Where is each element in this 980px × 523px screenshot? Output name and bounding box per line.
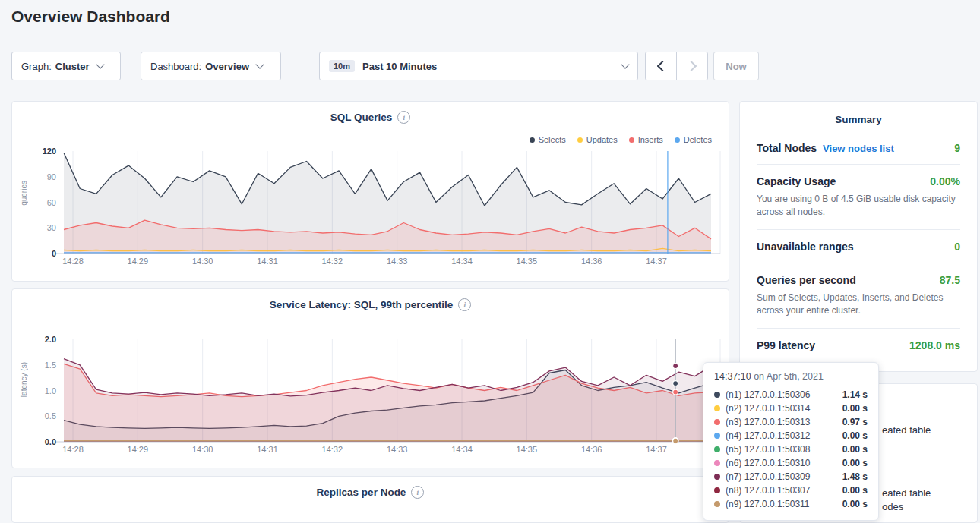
sql-queries-panel: 030609012014:2814:2914:3014:3114:3214:33… xyxy=(11,101,729,282)
chart-legend: Selects Updates Inserts Deletes xyxy=(530,135,712,144)
svg-text:14:34: 14:34 xyxy=(451,257,473,266)
service-latency-chart[interactable]: 0.00.51.01.52.014:2814:2914:3014:3114:32… xyxy=(12,289,730,469)
service-latency-panel: 0.00.51.01.52.014:2814:2914:3014:3114:32… xyxy=(11,288,729,468)
tooltip-row: (n5) 127.0.0.1:503080.00 s xyxy=(714,443,868,456)
tooltip-node: (n8) 127.0.0.1:50307 xyxy=(726,485,810,496)
svg-text:1.5: 1.5 xyxy=(45,361,56,370)
tooltip-node: (n5) 127.0.0.1:50308 xyxy=(726,444,810,455)
unavailable-ranges-value: 0 xyxy=(954,241,960,253)
svg-text:30: 30 xyxy=(47,223,56,232)
y-axis-label: latency (s) xyxy=(20,362,28,397)
event-text-fragment: eated table xyxy=(882,487,931,499)
tooltip-value: 0.00 s xyxy=(842,458,868,468)
svg-text:14:29: 14:29 xyxy=(128,445,149,454)
tooltip-value: 0.00 s xyxy=(842,403,868,414)
node-color-dot xyxy=(714,446,720,452)
time-range-label: Past 10 Minutes xyxy=(362,61,437,72)
svg-text:14:30: 14:30 xyxy=(192,445,213,454)
legend-label: Deletes xyxy=(684,135,712,144)
summary-capacity: Capacity Usage 0.00% You are using 0 B o… xyxy=(757,164,960,229)
chart-title-text: Service Latency: SQL, 99th percentile xyxy=(270,299,454,310)
tooltip-value: 0.97 s xyxy=(842,417,868,427)
svg-text:1.0: 1.0 xyxy=(45,386,56,395)
legend-label: Updates xyxy=(586,135,618,144)
graph-dropdown[interactable]: Graph: Cluster xyxy=(11,52,121,80)
tooltip-value: 0.00 s xyxy=(842,430,868,441)
svg-text:0.5: 0.5 xyxy=(45,411,56,421)
tooltip-node: (n4) 127.0.0.1:50312 xyxy=(726,430,810,441)
dashboard-dropdown-value: Overview xyxy=(205,61,249,72)
legend-dot xyxy=(577,137,583,143)
sql-queries-title: SQL Queries i xyxy=(12,111,729,124)
svg-text:14:28: 14:28 xyxy=(62,445,84,454)
svg-text:14:33: 14:33 xyxy=(387,445,408,454)
tooltip-row: (n3) 127.0.0.1:503130.97 s xyxy=(714,415,868,429)
node-color-dot xyxy=(714,487,720,493)
svg-text:14:37: 14:37 xyxy=(646,445,667,454)
chevron-down-icon xyxy=(621,60,629,68)
p99-label: P99 latency xyxy=(757,339,815,351)
qps-description: Sum of Selects, Updates, Inserts, and De… xyxy=(757,291,960,328)
svg-text:2.0: 2.0 xyxy=(45,335,56,344)
tooltip-row: (n7) 127.0.0.1:503091.48 s xyxy=(714,470,868,484)
capacity-description: You are using 0 B of 4.5 GiB usable disk… xyxy=(757,193,960,229)
node-color-dot xyxy=(714,392,720,398)
overview-dashboard-page: Overview Dashboard Graph: Cluster Dashbo… xyxy=(0,0,980,523)
page-title: Overview Dashboard xyxy=(11,8,170,26)
info-icon[interactable]: i xyxy=(411,486,424,499)
y-axis-ticks: 0306090120 xyxy=(43,147,56,258)
svg-text:60: 60 xyxy=(47,198,56,207)
replicas-per-node-title: Replicas per Node i xyxy=(12,486,729,499)
summary-title: Summary xyxy=(757,114,960,125)
svg-text:14:32: 14:32 xyxy=(322,257,343,266)
node-color-dot xyxy=(714,460,720,466)
chevron-down-icon xyxy=(96,60,104,68)
legend-item-deletes: Deletes xyxy=(675,135,712,144)
time-range-badge: 10m xyxy=(329,60,355,72)
svg-text:14:35: 14:35 xyxy=(517,445,538,454)
tooltip-node: (n6) 127.0.0.1:50310 xyxy=(726,458,810,468)
node-color-dot xyxy=(714,501,720,507)
svg-text:14:36: 14:36 xyxy=(581,445,602,454)
tooltip-row: (n2) 127.0.0.1:503140.00 s xyxy=(714,402,868,415)
summary-unavailable-ranges: Unavailable ranges 0 xyxy=(757,229,960,263)
legend-dot xyxy=(530,137,535,143)
info-icon[interactable]: i xyxy=(458,298,471,311)
tooltip-node: (n1) 127.0.0.1:50306 xyxy=(726,389,810,400)
summary-qps: Queries per second 87.5 Sum of Selects, … xyxy=(757,263,960,328)
x-axis-ticks: 14:2814:2914:3014:3114:3214:3314:3414:35… xyxy=(62,445,667,454)
sql-queries-chart[interactable]: 030609012014:2814:2914:3014:3114:3214:33… xyxy=(12,102,730,282)
replicas-per-node-panel: Replicas per Node i xyxy=(11,476,729,523)
time-range-dropdown[interactable]: 10m Past 10 Minutes xyxy=(319,52,638,80)
svg-text:0.0: 0.0 xyxy=(45,437,56,446)
legend-dot xyxy=(629,137,634,143)
tooltip-time: 14:37:10 xyxy=(714,371,751,382)
event-text-fragment: eated table xyxy=(882,424,931,436)
time-prev-button[interactable] xyxy=(645,52,677,80)
tooltip-node: (n7) 127.0.0.1:50309 xyxy=(726,471,810,482)
time-next-button[interactable] xyxy=(676,52,708,80)
service-latency-title: Service Latency: SQL, 99th percentile i xyxy=(12,298,729,311)
chevron-down-icon xyxy=(255,60,264,68)
tooltip-date: on Apr 5th, 2021 xyxy=(754,371,824,382)
legend-item-updates: Updates xyxy=(577,135,618,144)
capacity-label: Capacity Usage xyxy=(757,175,836,187)
now-button[interactable]: Now xyxy=(713,52,759,80)
series xyxy=(64,359,711,442)
legend-dot xyxy=(675,137,680,143)
node-color-dot xyxy=(714,405,720,411)
info-icon[interactable]: i xyxy=(397,111,410,124)
tooltip-value: 0.00 s xyxy=(842,444,868,455)
tooltip-row: (n4) 127.0.0.1:503120.00 s xyxy=(714,429,868,443)
legend-item-selects: Selects xyxy=(530,135,566,144)
tooltip-node: (n2) 127.0.0.1:50314 xyxy=(726,403,810,414)
tooltip-row: (n6) 127.0.0.1:503100.00 s xyxy=(714,456,868,470)
chart-hover-tooltip: 14:37:10 on Apr 5th, 2021 (n1) 127.0.0.1… xyxy=(703,362,879,521)
tooltip-node: (n9) 127.0.0.1:50311 xyxy=(726,499,810,509)
view-nodes-list-link[interactable]: View nodes list xyxy=(823,143,894,154)
tooltip-value: 0.00 s xyxy=(842,485,868,496)
dashboard-dropdown-label: Dashboard: xyxy=(150,61,201,72)
svg-text:14:36: 14:36 xyxy=(581,257,602,266)
y-axis-ticks: 0.00.51.01.52.0 xyxy=(45,335,56,446)
dashboard-dropdown[interactable]: Dashboard: Overview xyxy=(141,52,281,80)
